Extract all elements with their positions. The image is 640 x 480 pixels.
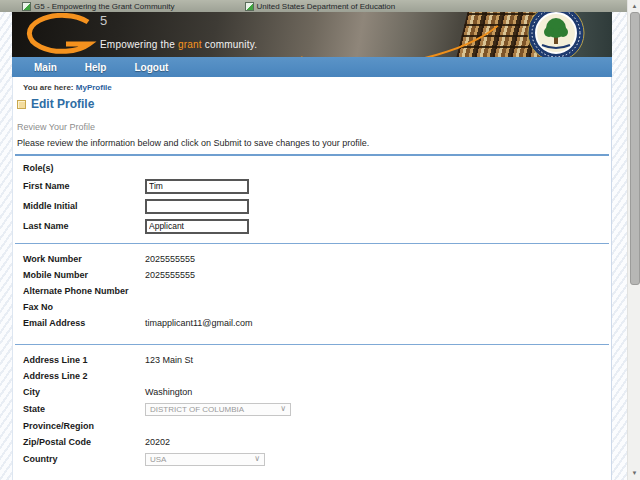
breadcrumb-prefix: You are here: (23, 83, 76, 92)
fax-label: Fax No (23, 302, 145, 312)
roles-label: Role(s) (23, 163, 145, 173)
g5-logo-number: 5 (100, 13, 107, 28)
zip-value: 20202 (145, 437, 170, 447)
address1-label: Address Line 1 (23, 355, 145, 365)
country-select[interactable]: USA ∨ (145, 453, 265, 466)
row-country: Country USA ∨ (15, 450, 609, 468)
scrollbar-thumb[interactable] (630, 12, 640, 285)
row-first-name: First Name (15, 176, 609, 196)
row-mobile-number: Mobile Number 2025555555 (15, 267, 609, 283)
g5-banner: 5 Empowering the grant community. (12, 12, 612, 58)
row-city: City Washington (15, 384, 609, 400)
tab-title-g5: G5 - Empowering the Grant Community (34, 2, 175, 11)
nav-help[interactable]: Help (85, 62, 107, 73)
section-divider (15, 344, 609, 345)
chevron-down-icon: ∨ (280, 405, 286, 413)
breadcrumb: You are here: MyProfile (13, 77, 611, 92)
profile-form: Role(s) First Name Middle Initial Last N… (15, 154, 609, 480)
city-label: City (23, 387, 145, 397)
page-title-row: Edit Profile (17, 97, 611, 111)
state-select-value: DISTRICT OF COLUMBIA (150, 405, 244, 414)
province-label: Province/Region (23, 421, 145, 431)
dept-of-education-seal-icon (526, 12, 586, 58)
row-fax: Fax No (15, 299, 609, 315)
section-divider (15, 243, 609, 244)
last-name-input[interactable] (145, 219, 249, 234)
address2-label: Address Line 2 (23, 371, 145, 381)
row-zip: Zip/Postal Code 20202 (15, 434, 609, 450)
breadcrumb-myprofile-link[interactable]: MyProfile (76, 83, 112, 92)
scroll-down-arrow-icon[interactable]: ▼ (630, 470, 639, 476)
alternate-phone-label: Alternate Phone Number (23, 286, 145, 296)
row-roles: Role(s) (15, 160, 609, 176)
mobile-number-value: 2025555555 (145, 270, 195, 280)
ed-favicon-icon (245, 2, 254, 11)
g5-favicon-icon (22, 2, 31, 11)
row-last-name: Last Name (15, 216, 609, 236)
state-select[interactable]: DISTRICT OF COLUMBIA ∨ (145, 403, 291, 416)
g5-logo-icon (18, 13, 102, 57)
state-label: State (23, 404, 145, 414)
work-number-label: Work Number (23, 254, 145, 264)
email-value: timapplicant11@gmail.com (145, 318, 253, 328)
section-heading: Review Your Profile (17, 122, 611, 132)
nav-main[interactable]: Main (34, 62, 57, 73)
mobile-number-label: Mobile Number (23, 270, 145, 280)
first-name-label: First Name (23, 181, 145, 191)
first-name-input[interactable] (145, 179, 249, 194)
middle-initial-input[interactable] (145, 199, 249, 214)
instructions-text: Please review the information below and … (17, 138, 611, 148)
row-work-number: Work Number 2025555555 (15, 251, 609, 267)
address1-value: 123 Main St (145, 355, 193, 365)
tab-title-ed: United States Department of Education (257, 2, 396, 11)
row-email: Email Address timapplicant11@gmail.com (15, 315, 609, 331)
country-select-value: USA (150, 455, 166, 464)
row-province: Province/Region (15, 418, 609, 434)
row-middle-initial: Middle Initial (15, 196, 609, 216)
main-navbar: Main Help Logout (12, 57, 612, 77)
country-label: Country (23, 454, 145, 464)
chevron-down-icon: ∨ (254, 455, 260, 463)
window-title-strip: G5 - Empowering the Grant Community Unit… (0, 0, 627, 12)
row-address2: Address Line 2 (15, 368, 609, 384)
content-area: You are here: MyProfile Edit Profile Rev… (12, 77, 612, 480)
bullet-square-icon (17, 100, 26, 109)
nav-logout[interactable]: Logout (134, 62, 168, 73)
row-alternate-phone: Alternate Phone Number (15, 283, 609, 299)
scroll-up-arrow-icon[interactable]: ▲ (630, 3, 639, 9)
last-name-label: Last Name (23, 221, 145, 231)
tagline-grant-highlight: grant (178, 39, 202, 50)
page-title: Edit Profile (31, 97, 94, 111)
city-value: Washington (145, 387, 192, 397)
email-label: Email Address (23, 318, 145, 328)
middle-initial-label: Middle Initial (23, 201, 145, 211)
page-column: 5 Empowering the grant community. Main H… (12, 0, 612, 480)
vertical-scrollbar[interactable]: ▲ ▼ (627, 0, 640, 480)
zip-label: Zip/Postal Code (23, 437, 145, 447)
row-state: State DISTRICT OF COLUMBIA ∨ (15, 400, 609, 418)
row-address1: Address Line 1 123 Main St (15, 352, 609, 368)
work-number-value: 2025555555 (145, 254, 195, 264)
banner-tagline: Empowering the grant community. (100, 39, 257, 50)
